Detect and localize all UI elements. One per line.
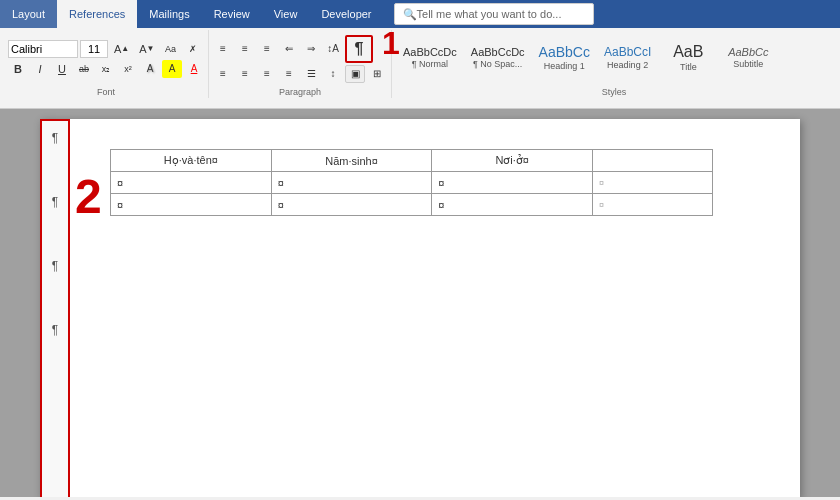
style-title-button[interactable]: AaB Title [658,32,718,82]
style-heading2-button[interactable]: AaBbCcI Heading 2 [597,32,658,82]
table-cell-2-2[interactable]: ¤ [271,194,432,216]
line-spacing-button[interactable]: ↕ [323,65,343,83]
table-header-name: Họ·và·tên¤ [111,150,272,172]
style-title-preview: AaB [673,43,703,61]
text-effect-button[interactable]: A [140,60,160,78]
font-name-input[interactable] [8,40,78,58]
table-cell-2-1[interactable]: ¤ [111,194,272,216]
shading-button[interactable]: ▣ [345,65,365,83]
table-cell-2-4: ¤ [593,194,713,216]
margin-pilcrow-1: ¶ [52,131,58,145]
style-nospace-button[interactable]: AaBbCcDc ¶ No Spac... [464,32,532,82]
style-normal-button[interactable]: AaBbCcDc ¶ Normal [396,32,464,82]
left-margin: ¶ ¶ ¶ ¶ [40,119,70,497]
tab-mailings[interactable]: Mailings [137,0,201,28]
style-normal-preview: AaBbCcDc [403,46,457,58]
margin-pilcrow-3: ¶ [52,259,58,273]
style-heading1-button[interactable]: AaBbCc Heading 1 [532,32,597,82]
table-header-row: Họ·và·tên¤ Năm·sinh¤ Nơi·ở¤ [111,150,713,172]
style-h1-preview: AaBbCc [539,44,590,60]
justify-button[interactable]: ≡ [279,65,299,83]
style-h2-label: Heading 2 [607,60,648,70]
tab-references[interactable]: References [57,0,137,28]
columns-button[interactable]: ☰ [301,65,321,83]
font-size-input[interactable] [80,40,108,58]
borders-button[interactable]: ⊞ [367,65,387,83]
tab-layout[interactable]: Layout [0,0,57,28]
table-cell-1-4: ¤ [593,172,713,194]
superscript-button[interactable]: x² [118,60,138,78]
table-header-extra [593,150,713,172]
align-left-button[interactable]: ≡ [213,65,233,83]
paragraph-group-label: Paragraph [213,85,387,98]
highlight-button[interactable]: A [162,60,182,78]
italic-button[interactable]: I [30,60,50,78]
search-box[interactable]: 🔍 Tell me what you want to do... [394,3,594,25]
page: ¶ ¶ ¶ ¶ 2 Họ·và·tên¤ Năm·sinh¤ Nơi·ở¤ [40,119,800,497]
tab-developer[interactable]: Developer [309,0,383,28]
table-cell-1-3[interactable]: ¤ [432,172,593,194]
style-h1-label: Heading 1 [544,61,585,71]
tab-review[interactable]: Review [202,0,262,28]
subscript-button[interactable]: x₂ [96,60,116,78]
style-nospace-label: ¶ No Spac... [473,59,522,69]
table-row: ¤ ¤ ¤ ¤ [111,172,713,194]
increase-indent-button[interactable]: ⇒ [301,40,321,58]
align-right-button[interactable]: ≡ [257,65,277,83]
strikethrough-button[interactable]: ab [74,60,94,78]
font-group: A▲ A▼ Aa ✗ B I U ab x₂ x² A A A [4,30,209,98]
increase-font-button[interactable]: A▲ [110,40,133,58]
multilevel-button[interactable]: ≡ [257,40,277,58]
document-table: Họ·và·tên¤ Năm·sinh¤ Nơi·ở¤ ¤ ¤ ¤ ¤ ¤ [110,149,713,216]
search-placeholder: Tell me what you want to do... [417,8,562,20]
styles-group: AaBbCcDc ¶ Normal AaBbCcDc ¶ No Spac... … [392,30,836,98]
style-subtitle-preview: AaBbCc [728,46,768,58]
paragraph-group: ≡ ≡ ≡ ⇐ ⇒ ↕A ¶ ≡ ≡ ≡ ≡ ☰ [209,30,392,98]
table-cell-1-2[interactable]: ¤ [271,172,432,194]
style-subtitle-label: Subtitle [733,59,763,69]
tab-view[interactable]: View [262,0,310,28]
document-area: ¶ ¶ ¶ ¶ 2 Họ·và·tên¤ Năm·sinh¤ Nơi·ở¤ [0,109,840,497]
margin-pilcrow-4: ¶ [52,323,58,337]
bullets-button[interactable]: ≡ [213,40,233,58]
margin-pilcrow-2: ¶ [52,195,58,209]
ribbon-tabs: Layout References Mailings Review View D… [0,0,840,28]
numbering-button[interactable]: ≡ [235,40,255,58]
table-header-birth: Năm·sinh¤ [271,150,432,172]
annotation-1: 1 [382,25,400,62]
style-subtitle-button[interactable]: AaBbCc Subtitle [718,32,778,82]
bold-button[interactable]: B [8,60,28,78]
font-group-label: Font [8,85,204,98]
page-content[interactable]: Họ·và·tên¤ Năm·sinh¤ Nơi·ở¤ ¤ ¤ ¤ ¤ ¤ [90,139,780,479]
font-aa-button[interactable]: Aa [161,40,181,58]
sort-button[interactable]: ↕A [323,40,343,58]
table-cell-1-1[interactable]: ¤ [111,172,272,194]
show-hide-button[interactable]: ¶ [345,35,373,63]
style-title-label: Title [680,62,697,72]
clear-format-button[interactable]: ✗ [183,40,203,58]
decrease-font-button[interactable]: A▼ [135,40,158,58]
font-color-button[interactable]: A [184,60,204,78]
style-normal-label: ¶ Normal [412,59,448,69]
table-cell-2-3[interactable]: ¤ [432,194,593,216]
search-icon: 🔍 [403,8,417,21]
align-center-button[interactable]: ≡ [235,65,255,83]
table-row: ¤ ¤ ¤ ¤ [111,194,713,216]
underline-button[interactable]: U [52,60,72,78]
table-header-place: Nơi·ở¤ [432,150,593,172]
ribbon: Layout References Mailings Review View D… [0,0,840,109]
style-h2-preview: AaBbCcI [604,45,651,59]
styles-group-label: Styles [396,85,832,98]
decrease-indent-button[interactable]: ⇐ [279,40,299,58]
style-nospace-preview: AaBbCcDc [471,46,525,58]
annotation-2: 2 [75,169,102,224]
